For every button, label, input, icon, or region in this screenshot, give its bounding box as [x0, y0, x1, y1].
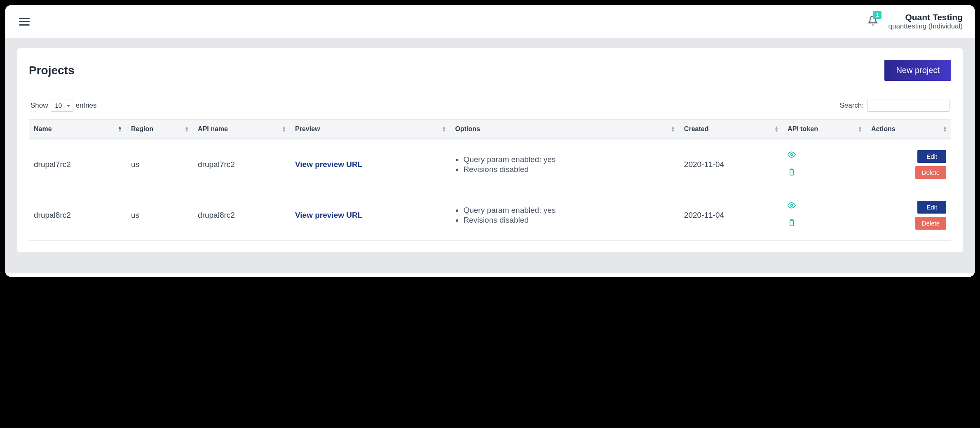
svg-rect-1 — [790, 169, 793, 175]
table-row: drupal8rc2usdrupal8rc2View preview URLQu… — [29, 190, 951, 241]
eye-icon[interactable] — [788, 151, 796, 161]
col-name[interactable]: Name▲▼ — [29, 120, 126, 139]
page-body: Projects New project Show 10 entries Sea… — [5, 38, 975, 273]
svg-point-0 — [791, 154, 793, 156]
col-options[interactable]: Options▲▼ — [450, 120, 679, 139]
projects-card: Projects New project Show 10 entries Sea… — [17, 48, 963, 252]
page-title: Projects — [29, 64, 75, 77]
menu-toggle[interactable] — [17, 16, 31, 27]
bell-icon — [867, 20, 878, 27]
entries-select[interactable]: 10 — [51, 99, 73, 112]
edit-button[interactable]: Edit — [917, 201, 946, 214]
delete-button[interactable]: Delete — [915, 166, 946, 179]
col-created[interactable]: Created▲▼ — [679, 120, 783, 139]
preview-link[interactable]: View preview URL — [295, 160, 362, 169]
show-label: Show — [30, 101, 48, 110]
table-controls: Show 10 entries Search: — [29, 99, 951, 112]
svg-rect-3 — [790, 220, 793, 226]
cell-api-token — [783, 190, 866, 241]
new-project-button[interactable]: New project — [884, 60, 951, 81]
option-item: Query param enabled: yes — [463, 155, 674, 164]
card-header: Projects New project — [29, 60, 951, 81]
clipboard-icon[interactable] — [788, 168, 796, 179]
cell-preview: View preview URL — [290, 190, 450, 241]
col-api-name[interactable]: API name▲▼ — [193, 120, 290, 139]
svg-point-2 — [791, 205, 793, 207]
option-item: Revisions disabled — [463, 165, 674, 174]
table-row: drupal7rc2usdrupal7rc2View preview URLQu… — [29, 139, 951, 190]
cell-options: Query param enabled: yesRevisions disabl… — [450, 139, 679, 190]
cell-preview: View preview URL — [290, 139, 450, 190]
clipboard-icon[interactable] — [788, 219, 796, 229]
cell-created: 2020-11-04 — [679, 190, 783, 241]
cell-api-name: drupal8rc2 — [193, 190, 290, 241]
col-api-token[interactable]: API token▲▼ — [783, 120, 866, 139]
cell-actions: EditDelete — [866, 139, 951, 190]
search-wrap: Search: — [839, 99, 950, 112]
cell-name: drupal8rc2 — [29, 190, 126, 241]
account-sub: quanttesting (Individual) — [888, 22, 963, 31]
account-name: Quant Testing — [888, 12, 963, 22]
topbar-right: 1 Quant Testing quanttesting (Individual… — [867, 12, 963, 31]
col-actions[interactable]: Actions▲▼ — [866, 120, 951, 139]
app-window: 1 Quant Testing quanttesting (Individual… — [5, 5, 975, 277]
cell-name: drupal7rc2 — [29, 139, 126, 190]
notification-badge: 1 — [873, 11, 882, 19]
search-label: Search: — [839, 101, 864, 110]
col-region[interactable]: Region▲▼ — [126, 120, 193, 139]
search-input[interactable] — [867, 99, 950, 112]
edit-button[interactable]: Edit — [917, 150, 946, 163]
option-item: Revisions disabled — [463, 216, 674, 225]
delete-button[interactable]: Delete — [915, 217, 946, 230]
topbar: 1 Quant Testing quanttesting (Individual… — [5, 5, 975, 38]
cell-region: us — [126, 139, 193, 190]
cell-actions: EditDelete — [866, 190, 951, 241]
cell-api-name: drupal7rc2 — [193, 139, 290, 190]
entries-label: entries — [76, 101, 97, 110]
cell-options: Query param enabled: yesRevisions disabl… — [450, 190, 679, 241]
option-item: Query param enabled: yes — [463, 206, 674, 215]
cell-created: 2020-11-04 — [679, 139, 783, 190]
show-entries: Show 10 entries — [30, 99, 97, 112]
cell-api-token — [783, 139, 866, 190]
preview-link[interactable]: View preview URL — [295, 211, 362, 219]
cell-region: us — [126, 190, 193, 241]
col-preview[interactable]: Preview▲▼ — [290, 120, 450, 139]
eye-icon[interactable] — [788, 201, 796, 212]
projects-table: Name▲▼ Region▲▼ API name▲▼ Preview▲▼ Opt… — [29, 119, 951, 241]
account-info[interactable]: Quant Testing quanttesting (Individual) — [888, 12, 963, 31]
notifications-button[interactable]: 1 — [867, 15, 878, 28]
